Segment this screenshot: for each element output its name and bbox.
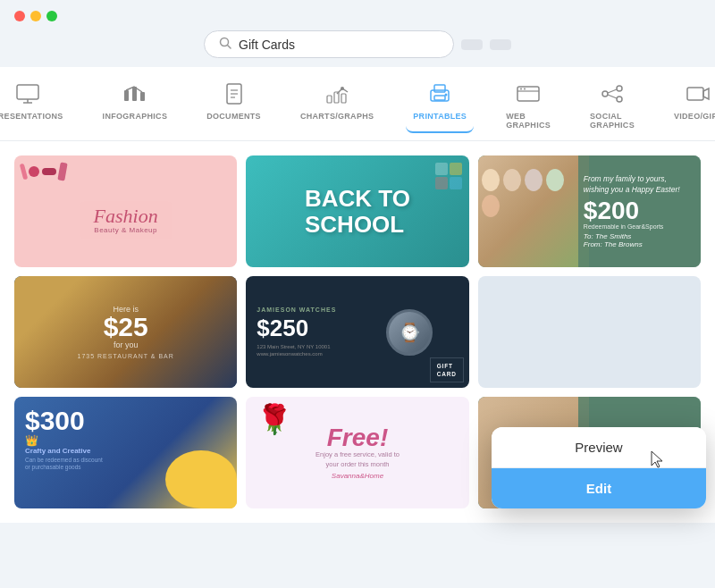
watches-amount-2: $250	[257, 316, 354, 340]
search-bar-container	[14, 30, 701, 58]
card-crafty[interactable]: $300 👑 Crafty and Creative Can be redeem…	[14, 397, 237, 508]
rest-name: 1735 RESTAURANT & BAR	[78, 353, 174, 359]
cat-label-videogifs: VIDEO/GIFS	[674, 112, 715, 121]
infographics-icon	[121, 81, 149, 106]
svg-point-12	[341, 87, 344, 90]
svg-rect-13	[327, 96, 332, 103]
easter-greeting-2: From my family to yours,wishing you a Ha…	[584, 174, 694, 196]
svg-line-27	[608, 89, 617, 93]
cat-presentations[interactable]: PRESENTATIONS	[0, 78, 71, 133]
webgraphics-icon	[514, 81, 543, 106]
search-box	[204, 30, 454, 58]
svg-point-24	[602, 91, 608, 97]
main-real: Fashion Beauty & Makeup BACK TO SCHOOL	[0, 141, 715, 523]
cat-label-infographics: INFOGRAPHICS	[103, 112, 168, 121]
school-text-content: BACK TO SCHOOL	[305, 186, 410, 237]
crafty-brand: Crafty and Creative	[25, 447, 226, 455]
svg-line-28	[608, 95, 617, 98]
fashion-subtitle-text: Beauty & Makeup	[94, 226, 158, 234]
easter-from-2: From: The Browns	[584, 240, 694, 248]
svg-point-23	[524, 88, 526, 90]
printables-icon	[425, 81, 454, 106]
cat-label-webgraphics: WEB GRAPHICS	[506, 112, 551, 130]
charts-icon	[323, 81, 351, 106]
preview-button[interactable]: Preview	[492, 427, 706, 468]
easter-redeemable-2: Redeemable in Gear&Sports	[584, 223, 694, 230]
card-placeholder	[478, 276, 701, 388]
restaurant-content-2: Here is $25 for you 1735 RESTAURANT & BA…	[78, 305, 174, 359]
popup-overlay: Preview Edit	[492, 427, 706, 508]
card-restaurant-2[interactable]: Here is $25 for you 1735 RESTAURANT & BA…	[14, 276, 237, 388]
browser-button-1[interactable]	[461, 39, 483, 50]
school-line1: BACK TO	[305, 186, 410, 212]
cat-socialgraphics[interactable]: SOCIAL GRAPHICS	[583, 78, 642, 133]
watches-left-2: JAMIESON WATCHES $250 123 Main Street, N…	[257, 307, 354, 358]
easter-amount-2: $200	[584, 198, 694, 223]
watch-visual: ⌚	[386, 309, 433, 356]
svg-rect-18	[434, 96, 445, 100]
traffic-light-yellow[interactable]	[30, 11, 41, 21]
cat-infographics[interactable]: INFOGRAPHICS	[96, 78, 175, 133]
svg-point-19	[445, 94, 448, 97]
card-easter-2[interactable]: From my family to yours,wishing you a Ha…	[478, 155, 701, 267]
school-line2: SCHOOL	[305, 212, 410, 238]
watches-brand-2: JAMIESON WATCHES	[257, 307, 354, 313]
card-school-2[interactable]: BACK TO SCHOOL	[246, 155, 468, 267]
cat-videogifs[interactable]: VIDEO/GIFS	[667, 78, 715, 133]
crafty-icon: 👑	[25, 434, 226, 447]
watches-right-2: ⌚	[361, 309, 458, 356]
rest-amount: $25	[78, 314, 174, 340]
svg-rect-29	[687, 88, 703, 100]
cat-label-socialgraphics: SOCIAL GRAPHICS	[590, 112, 635, 130]
crafty-desc: Can be redeemed as discountor purchasabl…	[25, 457, 226, 472]
cat-printables[interactable]: PRINTABLES	[406, 78, 474, 133]
fashion-inner: Fashion Beauty & Makeup	[80, 201, 172, 239]
search-icon	[219, 37, 231, 52]
presentations-icon	[13, 81, 42, 106]
gift-card-badge-2: GIFTCARD	[430, 357, 464, 382]
card-watches-2[interactable]: JAMIESON WATCHES $250 123 Main Street, N…	[246, 276, 468, 388]
svg-point-22	[520, 88, 522, 90]
browser-chrome	[0, 0, 715, 58]
card-fashion[interactable]: Fashion Beauty & Makeup	[14, 155, 237, 267]
cat-webgraphics[interactable]: WEB GRAPHICS	[499, 78, 558, 133]
rest-for-you: for you	[78, 340, 174, 349]
easter-to-2: To: The Smiths	[584, 232, 694, 240]
svg-rect-15	[341, 94, 346, 103]
browser-button-2[interactable]	[490, 39, 511, 50]
documents-icon	[220, 81, 248, 106]
fashion-title-text: Fashion	[94, 206, 158, 226]
traffic-light-green[interactable]	[46, 11, 57, 21]
cat-label-documents: DOCUMENTS	[206, 112, 261, 121]
free-desc-2: Enjoy a free service, valid toyour order…	[315, 450, 400, 469]
card-free-2[interactable]: 🌹 Free! Enjoy a free service, valid toyo…	[246, 397, 468, 508]
crafty-amount: $300	[25, 407, 226, 434]
cat-label-charts: CHARTS/GRAPHS	[300, 112, 374, 121]
free-content-2: Free! Enjoy a free service, valid toyour…	[315, 425, 400, 480]
search-input[interactable]	[239, 38, 439, 52]
svg-point-26	[617, 97, 622, 102]
svg-rect-5	[124, 90, 129, 101]
traffic-lights	[14, 11, 701, 21]
svg-point-25	[617, 86, 622, 91]
cat-label-presentations: PRESENTATIONS	[0, 112, 63, 121]
edit-button[interactable]: Edit	[492, 468, 706, 508]
category-nav: PRESENTATIONS INFOGRAPHICS DOCUMENTS CHA…	[0, 67, 715, 141]
videogifs-icon	[684, 81, 712, 106]
svg-rect-2	[17, 85, 38, 99]
traffic-light-red[interactable]	[14, 11, 25, 21]
svg-rect-7	[140, 92, 145, 101]
rose-dec: 🌹	[257, 402, 292, 436]
cat-documents[interactable]: DOCUMENTS	[199, 78, 268, 133]
free-amount-2: Free!	[315, 425, 400, 450]
svg-line-1	[228, 46, 231, 49]
cat-charts[interactable]: CHARTS/GRAPHS	[293, 78, 381, 133]
cat-label-printables: PRINTABLES	[413, 112, 467, 121]
watches-address-2: 123 Main Street, NY NY 10001www.jamieson…	[257, 343, 354, 358]
free-brand-2: Savanna&Home	[315, 472, 400, 480]
socialgraphics-icon	[598, 81, 627, 106]
svg-rect-17	[434, 85, 445, 92]
